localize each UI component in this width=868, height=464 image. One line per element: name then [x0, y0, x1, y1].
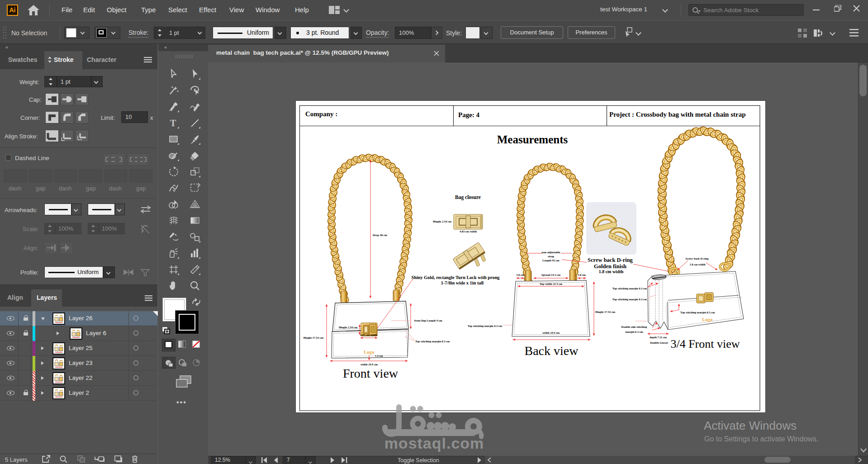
svg-text:Drop 46 cm: Drop 46 cm: [373, 233, 388, 237]
svg-text:Page: 4: Page: 4: [458, 111, 480, 118]
svg-text:1-7/8in wide x 1in tall: 1-7/8in wide x 1in tall: [441, 280, 484, 285]
svg-text:3.8 cm: 3.8 cm: [578, 273, 586, 276]
svg-text:Hieght 17.53 cm: Hieght 17.53 cm: [595, 310, 616, 313]
svg-text:front flap Length 9 cm: front flap Length 9 cm: [414, 319, 442, 322]
svg-text:Hieght 2.54 cm: Hieght 2.54 cm: [339, 326, 358, 329]
svg-text:Top stitching margin 0.3 cm: Top stitching margin 0.3 cm: [415, 340, 450, 343]
svg-text:Measurements: Measurements: [497, 133, 568, 146]
svg-text:Screw back D-ring: Screw back D-ring: [685, 257, 709, 260]
svg-text:Front view: Front view: [343, 366, 398, 380]
svg-text:Hieght 2.54 cm: Hieght 2.54 cm: [433, 220, 452, 223]
svg-text:Shiny Gold, rectangle Turn Lo: Shiny Gold, rectangle Turn Lock with pro…: [411, 275, 500, 280]
svg-text:3.8 cm: 3.8 cm: [516, 273, 524, 276]
svg-text:Project : Crossbody bag with m: Project : Crossbody bag with metal chain…: [609, 111, 746, 118]
svg-text:3/4 Front view: 3/4 Front view: [670, 337, 740, 350]
svg-text:Screw back D-ring: Screw back D-ring: [588, 257, 633, 263]
svg-text:non-adjustable: non-adjustable: [542, 251, 560, 254]
svg-text:Top stitching margin 0.3 cm: Top stitching margin 0.3 cm: [680, 311, 715, 314]
svg-text:1.5 cm: 1.5 cm: [375, 354, 383, 357]
svg-text:Top stitching margin 0.3 cm: Top stitching margin 0.3 cm: [612, 287, 647, 290]
svg-text:T: T: [170, 118, 176, 128]
svg-text:1.8 cm width: 1.8 cm width: [599, 269, 624, 274]
svg-text:Company :: Company :: [305, 110, 337, 118]
svg-text:Logo: Logo: [702, 317, 713, 322]
svg-text:Top stitching margin 0.3 cm: Top stitching margin 0.3 cm: [612, 298, 647, 301]
svg-text:Spread 14.3 cm: Spread 14.3 cm: [541, 273, 561, 276]
svg-text:Length 92 cm: Length 92 cm: [542, 259, 560, 262]
svg-text:Double side stitching: Double side stitching: [621, 325, 648, 328]
svg-text:1.8 cm width: 1.8 cm width: [690, 263, 706, 266]
svg-text:mostaql.com: mostaql.com: [384, 435, 484, 452]
svg-text:strap: strap: [548, 255, 555, 258]
svg-text:4.83 cm width: 4.83 cm width: [460, 230, 477, 233]
svg-text:Golden finish: Golden finish: [594, 263, 626, 270]
svg-text:depth 7.11 cm: depth 7.11 cm: [650, 336, 667, 339]
svg-text:Back view: Back view: [525, 344, 579, 358]
svg-text:width 24.9 cm: width 24.9 cm: [360, 363, 378, 366]
svg-text:width 24.9 cm: width 24.9 cm: [542, 331, 560, 334]
svg-text:Double Gusset: Double Gusset: [650, 341, 668, 344]
svg-text:Top stitching margin 0.3 cm: Top stitching margin 0.3 cm: [468, 324, 503, 327]
svg-text:Logo: Logo: [364, 350, 375, 355]
svg-text:Hieght 17.53 cm: Hieght 17.53 cm: [304, 336, 324, 339]
svg-text:margin 0.3 cm: margin 0.3 cm: [625, 330, 643, 333]
svg-text:Bag closure: Bag closure: [455, 194, 481, 200]
svg-text:4.83 cm width: 4.83 cm width: [360, 333, 378, 336]
svg-text:Top width 22.5 cm: Top width 22.5 cm: [540, 282, 563, 285]
